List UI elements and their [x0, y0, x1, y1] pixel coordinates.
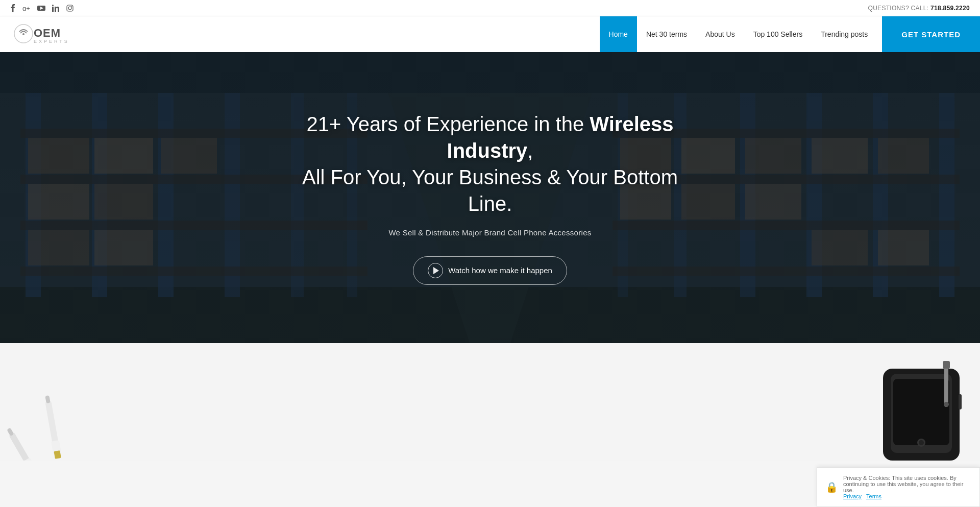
- svg-text:g+: g+: [22, 5, 30, 11]
- svg-rect-64: [893, 379, 949, 445]
- get-started-button[interactable]: GET STARTED: [882, 16, 980, 52]
- nav-item-home[interactable]: Home: [600, 16, 637, 52]
- hero-content: 21+ Years of Experience in the Wireless …: [291, 111, 689, 285]
- watch-video-button[interactable]: Watch how we make it happen: [413, 256, 567, 285]
- svg-point-9: [22, 33, 24, 35]
- logo[interactable]: OEM EXPERTS: [12, 20, 68, 49]
- youtube-icon[interactable]: [37, 4, 46, 13]
- nav-item-about[interactable]: About Us: [696, 16, 744, 52]
- phone-number[interactable]: 718.859.2220: [930, 5, 970, 12]
- header: OEM EXPERTS Home Net 30 terms About Us T…: [0, 16, 980, 52]
- nav-item-top100[interactable]: Top 100 Sellers: [744, 16, 812, 52]
- main-nav: Home Net 30 terms About Us Top 100 Selle…: [600, 16, 980, 52]
- hero-section: 21+ Years of Experience in the Wireless …: [0, 52, 980, 343]
- play-icon: [428, 263, 443, 278]
- nav-item-net30[interactable]: Net 30 terms: [637, 16, 696, 52]
- svg-rect-54: [8, 431, 34, 461]
- phone-accessory-svg: [863, 358, 980, 461]
- product-cables: [0, 358, 117, 461]
- logo-image: OEM EXPERTS: [12, 20, 68, 49]
- svg-point-66: [919, 440, 924, 445]
- instagram-icon[interactable]: [65, 4, 75, 13]
- svg-point-7: [71, 6, 72, 7]
- linkedin-icon[interactable]: [51, 4, 60, 13]
- product-phone: [863, 358, 980, 461]
- nav-links: Home Net 30 terms About Us Top 100 Selle…: [600, 16, 877, 52]
- svg-point-6: [68, 7, 71, 10]
- svg-text:EXPERTS: EXPERTS: [34, 39, 68, 44]
- questions-call: QUESTIONS? CALL: 718.859.2220: [868, 5, 970, 12]
- play-triangle: [433, 267, 439, 274]
- facebook-icon[interactable]: [8, 4, 17, 13]
- hero-title: 21+ Years of Experience in the Wireless …: [301, 111, 679, 217]
- svg-rect-3: [52, 7, 54, 12]
- social-icons: g+: [8, 4, 75, 13]
- svg-rect-67: [959, 394, 962, 409]
- svg-point-4: [52, 5, 54, 6]
- svg-text:OEM: OEM: [34, 27, 61, 39]
- top-bar: g+ QUESTIONS? CALL: 718.859.2220: [0, 0, 980, 16]
- svg-rect-5: [67, 5, 73, 11]
- watch-btn-label: Watch how we make it happen: [448, 266, 552, 275]
- questions-label: QUESTIONS? CALL:: [868, 5, 929, 12]
- googleplus-icon[interactable]: g+: [22, 4, 32, 13]
- svg-rect-69: [943, 361, 950, 369]
- svg-rect-60: [54, 450, 61, 459]
- cable-svg: [0, 358, 117, 461]
- svg-point-70: [944, 402, 949, 407]
- below-hero-section: [0, 343, 980, 461]
- nav-item-trending[interactable]: Trending posts: [812, 16, 877, 52]
- hero-subtitle: We Sell & Distribute Major Brand Cell Ph…: [301, 228, 679, 237]
